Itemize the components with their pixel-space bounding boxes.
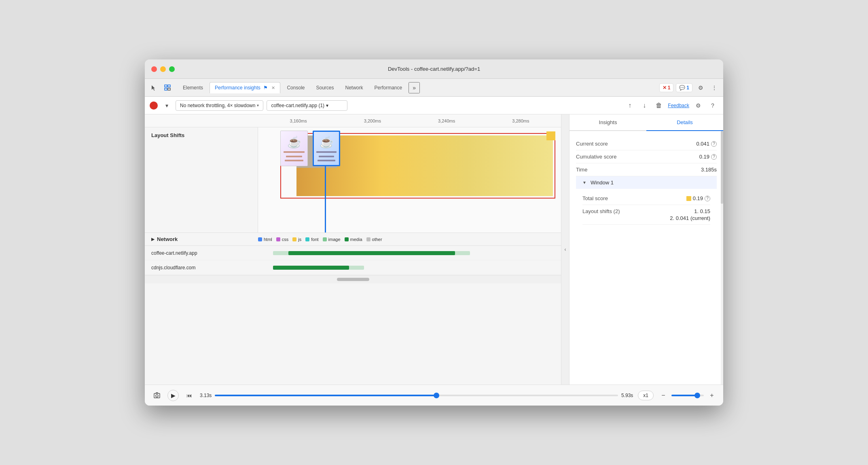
zoom-in-icon-btn[interactable]: + xyxy=(707,391,717,400)
play-button[interactable]: ▶ xyxy=(167,390,179,401)
network-row-label-1: coffee-cart.netlify.app xyxy=(145,250,258,256)
help-icon-btn[interactable]: ? xyxy=(707,100,718,111)
settings-icon-btn[interactable]: ⚙ xyxy=(695,82,706,93)
other-dot xyxy=(366,237,370,241)
minimize-button[interactable] xyxy=(160,66,166,72)
error-badge[interactable]: ✕ 1 xyxy=(659,83,674,92)
time-range: 3.13s 5.93s xyxy=(200,393,633,398)
close-button[interactable] xyxy=(151,66,157,72)
right-panel-wrapper: Current score 0.041 ? Cumulative score 0… xyxy=(569,131,723,385)
legend-image: image xyxy=(323,237,341,242)
network-bar-fg-2 xyxy=(273,266,349,270)
cumulative-score-help-icon[interactable]: ? xyxy=(711,154,717,160)
url-dropdown[interactable]: coffee-cart.netlify.app (1) ▾ xyxy=(267,100,347,111)
table-row[interactable]: coffee-cart.netlify.app xyxy=(145,246,561,260)
speed-badge[interactable]: x1 xyxy=(638,391,654,400)
bottom-toolbar: ▶ ⏮ 3.13s 5.93s x1 − + xyxy=(145,385,723,406)
right-scrollbar[interactable] xyxy=(721,131,723,385)
inspect-icon-btn[interactable] xyxy=(162,82,173,93)
layout-shifts-values: 1. 0.15 2. 0.041 (current) xyxy=(670,208,710,221)
detail-cumulative-score: Cumulative score 0.19 ? xyxy=(576,150,717,163)
zoom-slider-thumb[interactable] xyxy=(694,393,700,398)
legend-css: css xyxy=(276,237,289,242)
time-slider-fill xyxy=(215,395,436,396)
network-legend: html css js xyxy=(258,237,555,242)
total-score-help-icon[interactable]: ? xyxy=(705,196,710,201)
settings2-icon-btn[interactable]: ⚙ xyxy=(692,100,704,111)
upload-icon-btn[interactable]: ↑ xyxy=(624,100,635,111)
thumb-bar-2 xyxy=(286,156,302,157)
cursor-icon xyxy=(150,85,157,91)
time-start-label: 3.13s xyxy=(200,393,212,398)
current-score-help-icon[interactable]: ? xyxy=(711,141,717,147)
window-section: ▼ Window 1 xyxy=(576,176,717,189)
main-area: 3,160ms 3,200ms 3,240ms 3,280ms Layout S… xyxy=(145,114,723,406)
message-icon: 💬 xyxy=(679,85,685,91)
legend-media: media xyxy=(345,237,362,242)
legend-other: other xyxy=(366,237,382,242)
skip-back-icon-btn[interactable]: ⏮ xyxy=(184,390,195,401)
window-detail-total-score: Total score 0.19 ? xyxy=(582,192,710,205)
layout-shifts-viz[interactable]: ☕ ☕ xyxy=(258,127,561,232)
thumbnail-2-selected[interactable]: ☕ xyxy=(313,131,340,166)
tab-network[interactable]: Network xyxy=(341,82,368,93)
marker-3: 3,240ms xyxy=(438,118,455,123)
current-score-value: 0.041 ? xyxy=(696,141,717,147)
message-badge[interactable]: 💬 1 xyxy=(676,83,692,92)
thumb-bar-6 xyxy=(318,160,335,161)
tab-overflow-btn[interactable]: » xyxy=(409,82,420,93)
thumbnail-1-content: ☕ xyxy=(281,131,307,166)
tab-sources[interactable]: Sources xyxy=(311,82,339,93)
panel-resize-btn[interactable]: ‹ xyxy=(561,114,569,385)
cumulative-score-value: 0.19 ? xyxy=(699,154,717,160)
zoom-slider[interactable] xyxy=(671,395,704,396)
dropdown-arrow-btn[interactable]: ▾ xyxy=(161,100,172,111)
time-slider[interactable] xyxy=(215,395,618,396)
table-row[interactable]: cdnjs.cloudflare.com xyxy=(145,260,561,275)
thumbnail-1[interactable]: ☕ xyxy=(280,131,308,166)
window-detail-rows: Total score 0.19 ? Layout shifts (2) xyxy=(576,189,717,228)
timeline-header: 3,160ms 3,200ms 3,240ms 3,280ms xyxy=(145,114,561,127)
window-collapse-icon[interactable]: ▼ xyxy=(582,180,586,185)
network-rows: coffee-cart.netlify.app cdnjs.cloudflare… xyxy=(145,246,561,275)
tab-close-icon[interactable]: ✕ xyxy=(271,85,275,91)
orange-indicator-icon xyxy=(686,196,691,201)
maximize-button[interactable] xyxy=(169,66,175,72)
throttle-dropdown[interactable]: No network throttling, 4× slowdown ▾ xyxy=(176,100,263,111)
thumb-bar-1 xyxy=(284,151,305,153)
delete-icon-btn[interactable]: 🗑 xyxy=(653,100,665,111)
detail-time: Time 3.185s xyxy=(576,163,717,176)
tab-bar: Elements Performance insights ⚑ ✕ Consol… xyxy=(145,79,723,97)
screenshot-icon-btn[interactable] xyxy=(151,390,163,401)
tab-console[interactable]: Console xyxy=(282,82,309,93)
tab-insights[interactable]: Insights xyxy=(569,114,646,130)
feedback-link[interactable]: Feedback xyxy=(668,103,689,108)
js-dot xyxy=(292,237,296,241)
record-button[interactable] xyxy=(150,101,158,110)
svg-rect-2 xyxy=(165,88,167,90)
time-slider-thumb[interactable] xyxy=(434,393,439,398)
svg-rect-0 xyxy=(165,85,167,87)
tab-performance[interactable]: Performance xyxy=(370,82,407,93)
scrollbar-area[interactable] xyxy=(145,275,561,283)
thumb-bar-5 xyxy=(319,156,334,157)
network-bar-area-2 xyxy=(258,260,561,275)
cursor-icon-btn[interactable] xyxy=(148,82,159,93)
details-content: Current score 0.041 ? Cumulative score 0… xyxy=(569,131,723,235)
devtools-window: DevTools - coffee-cart.netlify.app/?ad=1… xyxy=(145,59,723,406)
download-icon-btn[interactable]: ↓ xyxy=(639,100,650,111)
error-icon: ✕ xyxy=(663,85,667,91)
legend-font: font xyxy=(305,237,318,242)
more-options-icon-btn[interactable]: ⋮ xyxy=(709,82,720,93)
tab-elements[interactable]: Elements xyxy=(178,82,208,93)
marker-1: 3,160ms xyxy=(290,118,307,123)
svg-rect-1 xyxy=(168,85,170,87)
css-dot xyxy=(276,237,280,241)
coffee-cup-1: ☕ xyxy=(287,135,301,149)
tab-performance-insights[interactable]: Performance insights ⚑ ✕ xyxy=(210,82,280,93)
zoom-out-icon-btn[interactable]: − xyxy=(658,391,668,400)
tab-details[interactable]: Details xyxy=(646,114,723,131)
legend-js: js xyxy=(292,237,301,242)
network-expand-icon[interactable]: ▶ xyxy=(151,237,155,241)
right-panel: Insights Details Current score 0.041 ? xyxy=(569,114,723,385)
